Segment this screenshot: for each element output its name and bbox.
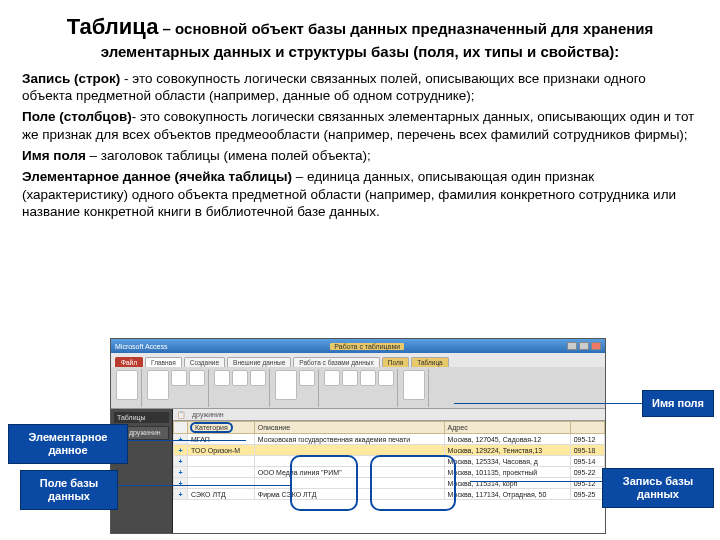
para-field: Поле (столбцов)- это совокупность логиче… xyxy=(22,108,698,143)
ribbon-button[interactable] xyxy=(360,370,376,386)
cell[interactable]: Москва, 127045, Садовая-12 xyxy=(444,434,570,445)
tab-dbtools[interactable]: Работа с базами данных xyxy=(293,357,379,367)
cell[interactable]: + xyxy=(174,467,188,478)
para-record: Запись (строк) - это совокупность логиче… xyxy=(22,70,698,105)
ribbon-button[interactable] xyxy=(250,370,266,386)
leader-line xyxy=(470,481,606,482)
cell[interactable] xyxy=(254,445,444,456)
ribbon: Файл Главная Создание Внешние данные Раб… xyxy=(111,353,605,409)
minimize-icon[interactable] xyxy=(567,342,577,350)
nav-header: Таблицы xyxy=(114,412,169,423)
col-selector[interactable] xyxy=(174,422,188,434)
col-header[interactable]: Описание xyxy=(254,422,444,434)
context-tab-title: Работа с таблицами xyxy=(330,343,404,350)
leader-line xyxy=(454,403,642,404)
tab-external[interactable]: Внешние данные xyxy=(227,357,291,367)
cell[interactable]: 095-22 xyxy=(570,467,604,478)
close-icon[interactable] xyxy=(591,342,601,350)
heading-rest2: элементарных данных и структуры базы (по… xyxy=(101,43,620,60)
callout-circle xyxy=(290,455,358,511)
ribbon-button[interactable] xyxy=(378,370,394,386)
cell[interactable]: + xyxy=(174,489,188,500)
cell[interactable]: Москва, 129224, Тенистая,13 xyxy=(444,445,570,456)
tab-file[interactable]: Файл xyxy=(115,357,143,367)
access-screenshot: Microsoft Access Работа с таблицами Файл… xyxy=(110,338,606,534)
ribbon-button[interactable] xyxy=(232,370,248,386)
ribbon-button[interactable] xyxy=(116,370,138,400)
window-titlebar: Microsoft Access Работа с таблицами xyxy=(111,339,605,353)
cell[interactable]: Московская государственная академия печа… xyxy=(254,434,444,445)
maximize-icon[interactable] xyxy=(579,342,589,350)
cell[interactable]: 095-14 xyxy=(570,456,604,467)
leader-line xyxy=(118,485,291,486)
cell[interactable]: СЭКО ЛТД xyxy=(188,489,255,500)
para-elementary: Элементарное данное (ячейка таблицы) – е… xyxy=(22,168,698,220)
ribbon-button[interactable] xyxy=(214,370,230,386)
cell[interactable]: 095-12 xyxy=(570,434,604,445)
cell[interactable]: + xyxy=(174,434,188,445)
ribbon-tabs: Файл Главная Создание Внешние данные Раб… xyxy=(111,353,605,367)
heading-rest1: – основной объект базы данных предназнач… xyxy=(158,20,653,37)
ribbon-button[interactable] xyxy=(403,370,425,400)
app-title: Microsoft Access xyxy=(115,343,168,350)
object-tab[interactable]: 📋 дружинин xyxy=(173,409,605,421)
cell[interactable]: + xyxy=(174,478,188,489)
cell[interactable]: Москва, 101135, проектный xyxy=(444,467,570,478)
table-row[interactable]: +ТОО Оризон-ММосква, 129224, Тенистая,13… xyxy=(174,445,605,456)
annotation-field-name: Имя поля xyxy=(642,390,714,417)
cell[interactable] xyxy=(188,478,255,489)
cell[interactable]: МГАП xyxy=(188,434,255,445)
cell[interactable]: 095-25 xyxy=(570,489,604,500)
para-fieldname: Имя поля – заголовок таблицы (имена поле… xyxy=(22,147,698,164)
cell[interactable] xyxy=(188,467,255,478)
cell[interactable]: Москва, 115314, корп xyxy=(444,478,570,489)
ribbon-button[interactable] xyxy=(171,370,187,386)
ribbon-button[interactable] xyxy=(189,370,205,386)
cell[interactable] xyxy=(188,456,255,467)
leader-line xyxy=(128,440,246,441)
ribbon-button[interactable] xyxy=(324,370,340,386)
tab-home[interactable]: Главная xyxy=(145,357,182,367)
cell[interactable]: Москва, 125334, Часовая, д xyxy=(444,456,570,467)
ribbon-button[interactable] xyxy=(299,370,315,386)
cell[interactable]: ТОО Оризон-М xyxy=(188,445,255,456)
cell[interactable]: 095-12 xyxy=(570,478,604,489)
annotation-db-record: Запись базы данных xyxy=(602,468,714,508)
col-header[interactable]: Адрес xyxy=(444,422,570,434)
heading-word: Таблица xyxy=(67,14,159,39)
tab-fields[interactable]: Поля xyxy=(382,357,409,367)
ribbon-button[interactable] xyxy=(342,370,358,386)
ribbon-button[interactable] xyxy=(275,370,297,400)
col-header[interactable] xyxy=(570,422,604,434)
cell[interactable]: + xyxy=(174,445,188,456)
table-row[interactable]: +МГАПМосковская государственная академия… xyxy=(174,434,605,445)
cell[interactable]: + xyxy=(174,456,188,467)
callout-circle xyxy=(370,455,456,511)
annotation-elementary: Элементарное данное xyxy=(8,424,128,464)
annotation-db-field: Поле базы данных xyxy=(20,470,118,510)
cell[interactable]: Москва, 117134, Отрадная, 50 xyxy=(444,489,570,500)
ribbon-button[interactable] xyxy=(147,370,169,400)
col-header[interactable]: Категория xyxy=(188,422,255,434)
tab-create[interactable]: Создание xyxy=(184,357,225,367)
heading: Таблица – основной объект базы данных пр… xyxy=(22,12,698,62)
tab-table[interactable]: Таблица xyxy=(411,357,449,367)
cell[interactable]: 095-18 xyxy=(570,445,604,456)
